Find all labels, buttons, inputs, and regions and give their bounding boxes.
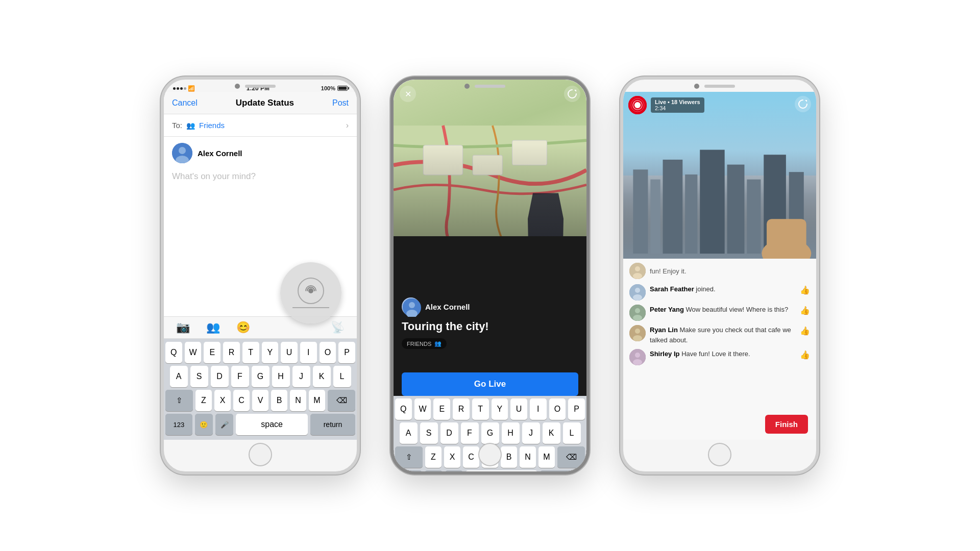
camera-toolbar-icon[interactable]: 📷: [176, 321, 190, 334]
key-t[interactable]: T: [242, 342, 259, 363]
p2-key-u[interactable]: U: [510, 398, 527, 420]
p2-key-i[interactable]: I: [530, 398, 547, 420]
key-q[interactable]: Q: [165, 342, 182, 363]
p2-key-shift[interactable]: ⇧: [395, 446, 423, 468]
like-btn-sarah[interactable]: 👍: [800, 284, 810, 295]
key-w[interactable]: W: [185, 342, 202, 363]
live-broadcast-icon: [298, 278, 324, 304]
p2-key-e[interactable]: E: [433, 398, 450, 420]
live-toolbar-icon[interactable]: 📡: [331, 321, 345, 334]
key-f[interactable]: F: [231, 366, 249, 387]
p2-key-search[interactable]: Search: [540, 470, 585, 471]
flip-camera-button[interactable]: [564, 86, 580, 102]
cancel-button[interactable]: Cancel: [172, 98, 198, 108]
to-label: To:: [172, 121, 182, 130]
p2-key-p[interactable]: P: [568, 398, 585, 420]
p2-key-s[interactable]: S: [420, 422, 438, 444]
key-mic[interactable]: 🎤: [215, 414, 233, 435]
key-123[interactable]: 123: [165, 414, 192, 435]
people-toolbar-icon[interactable]: 👥: [206, 321, 220, 334]
like-btn-ryan[interactable]: 👍: [800, 325, 810, 336]
p2-key-t[interactable]: T: [472, 398, 489, 420]
p2-key-b[interactable]: B: [501, 446, 517, 468]
flip-button-p3[interactable]: [795, 96, 811, 112]
p2-key-n[interactable]: N: [520, 446, 536, 468]
key-space[interactable]: space: [236, 414, 308, 435]
home-button-2[interactable]: [478, 443, 502, 466]
comment-ryan: Ryan Lin Make sure you check out that ca…: [629, 325, 810, 344]
p2-key-l[interactable]: L: [563, 422, 581, 444]
p2-key-y[interactable]: Y: [492, 398, 508, 420]
p2-key-c[interactable]: C: [463, 446, 479, 468]
p2-key-j[interactable]: J: [522, 422, 540, 444]
key-l[interactable]: L: [333, 366, 351, 387]
post-button[interactable]: Post: [332, 98, 349, 108]
key-u[interactable]: U: [281, 342, 298, 363]
live-title: Touring the city!: [402, 320, 489, 333]
close-icon: ✕: [405, 89, 411, 99]
svg-point-35: [635, 308, 640, 313]
p2-key-z[interactable]: Z: [425, 446, 442, 468]
svg-point-24: [634, 102, 641, 108]
key-z[interactable]: Z: [195, 390, 212, 411]
p2-key-space[interactable]: space: [465, 470, 537, 471]
svg-rect-13: [650, 180, 660, 254]
key-row-3: ⇧ Z X C V B N M ⌫: [165, 390, 355, 411]
like-btn-shirley[interactable]: 👍: [800, 349, 810, 360]
key-x[interactable]: X: [214, 390, 231, 411]
emoji-toolbar-icon[interactable]: 😊: [236, 321, 250, 334]
key-i[interactable]: I: [300, 342, 317, 363]
key-j[interactable]: J: [292, 366, 310, 387]
p2-key-k[interactable]: K: [543, 422, 560, 444]
key-v[interactable]: V: [252, 390, 268, 411]
key-e[interactable]: E: [204, 342, 220, 363]
key-o[interactable]: O: [320, 342, 336, 363]
key-return[interactable]: return: [310, 414, 355, 435]
p2-key-emoji[interactable]: 🙂: [425, 470, 443, 471]
key-emoji[interactable]: 🙂: [195, 414, 213, 435]
status-battery: 100%: [321, 85, 348, 91]
p2-key-f[interactable]: F: [461, 422, 479, 444]
key-s[interactable]: S: [190, 366, 208, 387]
p2-key-a[interactable]: A: [400, 422, 418, 444]
keyboard-1: Q W E R T Y U I O P A S D F G H: [164, 339, 357, 440]
key-d[interactable]: D: [211, 366, 229, 387]
key-shift[interactable]: ⇧: [165, 390, 193, 411]
like-btn-peter[interactable]: 👍: [800, 305, 810, 315]
key-a[interactable]: A: [170, 366, 188, 387]
key-c[interactable]: C: [233, 390, 250, 411]
p2-key-g[interactable]: G: [481, 422, 499, 444]
key-g[interactable]: G: [252, 366, 270, 387]
p2-key-d[interactable]: D: [440, 422, 458, 444]
p2-key-o[interactable]: O: [549, 398, 566, 420]
finish-button[interactable]: Finish: [765, 415, 808, 434]
key-y[interactable]: Y: [262, 342, 279, 363]
key-r[interactable]: R: [223, 342, 240, 363]
p2-key-w[interactable]: W: [414, 398, 431, 420]
key-b[interactable]: B: [271, 390, 287, 411]
go-live-button[interactable]: Go Live: [402, 372, 578, 396]
home-button-3[interactable]: [708, 443, 731, 466]
phone-3: Live • 18 Viewers 2:34: [620, 77, 819, 474]
key-m[interactable]: M: [309, 390, 325, 411]
p2-key-r[interactable]: R: [453, 398, 470, 420]
audience-row[interactable]: To: 👥 Friends ›: [164, 114, 357, 137]
key-backspace[interactable]: ⌫: [328, 390, 355, 411]
key-n[interactable]: N: [290, 390, 306, 411]
flip-icon: [567, 89, 577, 99]
p2-key-h[interactable]: H: [502, 422, 520, 444]
key-h[interactable]: H: [272, 366, 290, 387]
comment-author-sarah: Sarah Feather: [650, 285, 694, 293]
close-button[interactable]: ✕: [400, 86, 416, 102]
p2-key-123[interactable]: 123: [395, 470, 422, 471]
p2-key-m[interactable]: M: [538, 446, 555, 468]
p2-key-q[interactable]: Q: [395, 398, 412, 420]
key-p[interactable]: P: [338, 342, 355, 363]
key-k[interactable]: K: [313, 366, 331, 387]
p2-key-x[interactable]: X: [444, 446, 460, 468]
p2-key-backspace[interactable]: ⌫: [557, 446, 585, 468]
avatar-peter: [629, 305, 646, 321]
audience-left: To: 👥 Friends: [172, 121, 225, 130]
home-button-1[interactable]: [249, 443, 272, 466]
p2-key-mic[interactable]: 🎤: [445, 470, 463, 471]
